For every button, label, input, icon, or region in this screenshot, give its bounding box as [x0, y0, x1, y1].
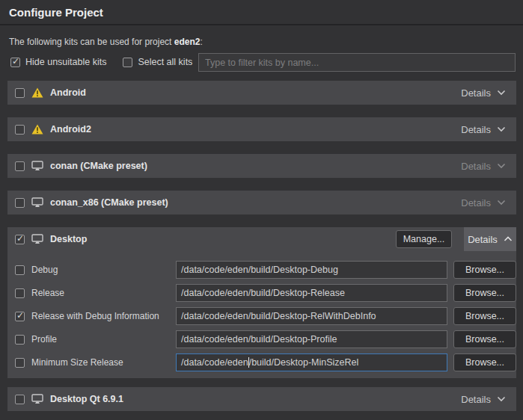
path-text-before-caret: /data/code/eden — [181, 357, 248, 368]
browse-button[interactable]: Browse... — [453, 284, 516, 302]
project-name: eden2 — [174, 37, 201, 47]
build-dir-input[interactable] — [176, 307, 447, 325]
kit-block-desktop: Desktop Manage... Details Debug Browse..… — [7, 227, 516, 378]
browse-button[interactable]: Browse... — [453, 307, 516, 325]
details-label: Details — [461, 161, 491, 172]
details-toggle[interactable]: Details — [461, 87, 506, 99]
config-label: Profile — [31, 334, 57, 345]
intro-suffix: : — [200, 37, 202, 47]
chevron-down-icon — [497, 396, 506, 402]
browse-button[interactable]: Browse... — [453, 353, 516, 371]
build-dir-input-focused[interactable]: /data/code/eden/build/Desktop-MinSizeRel — [176, 353, 447, 371]
warning-icon — [31, 87, 43, 98]
config-label: Release with Debug Information — [31, 311, 159, 321]
kit-checkbox[interactable] — [15, 235, 25, 244]
details-label: Details — [468, 234, 498, 245]
kit-name: Android — [50, 87, 86, 98]
config-checkbox[interactable] — [15, 288, 25, 298]
kit-name: Desktop Qt 6.9.1 — [50, 394, 123, 404]
kit-checkbox[interactable] — [15, 395, 25, 404]
kit-row-android[interactable]: Android Details — [7, 81, 516, 105]
kit-name: conan (CMake preset) — [50, 161, 147, 171]
monitor-icon — [31, 197, 43, 208]
chevron-down-icon — [497, 126, 506, 132]
kit-row-android2[interactable]: Android2 Details — [7, 117, 516, 141]
kit-checkbox[interactable] — [15, 161, 25, 171]
select-all-checkbox[interactable] — [123, 58, 132, 67]
build-config-row-debug: Debug Browse... — [7, 261, 516, 279]
monitor-icon — [31, 394, 43, 404]
hide-unsuitable-checkbox[interactable] — [10, 58, 20, 67]
chevron-down-icon — [497, 90, 506, 96]
kit-name: Android2 — [50, 124, 91, 135]
intro-text: The following kits can be used for proje… — [9, 37, 203, 47]
build-dir-input[interactable] — [176, 261, 447, 279]
kit-row-desktop-qt[interactable]: Desktop Qt 6.9.1 Details — [7, 387, 516, 411]
config-checkbox[interactable] — [15, 265, 25, 275]
kit-name: Desktop — [50, 234, 87, 244]
hide-unsuitable-label[interactable]: Hide unsuitable kits — [25, 57, 106, 67]
kit-checkbox[interactable] — [15, 88, 25, 98]
monitor-icon — [31, 161, 43, 171]
config-label: Release — [31, 288, 64, 298]
browse-button[interactable]: Browse... — [453, 261, 516, 279]
chevron-up-icon — [504, 236, 513, 242]
config-checkbox[interactable] — [15, 335, 25, 345]
browse-button[interactable]: Browse... — [453, 330, 516, 348]
kit-row-conan[interactable]: conan (CMake preset) Details — [7, 154, 516, 178]
intro-prefix: The following kits can be used for proje… — [9, 37, 174, 47]
kit-checkbox[interactable] — [15, 198, 25, 208]
details-toggle[interactable]: Details — [461, 124, 506, 135]
details-toggle[interactable]: Details — [461, 394, 506, 405]
title-separator — [0, 24, 523, 25]
page-title: Configure Project — [9, 6, 103, 19]
kit-row-conan-x86[interactable]: conan_x86 (CMake preset) Details — [7, 191, 516, 214]
build-dir-input[interactable] — [176, 330, 447, 348]
path-text-after-caret: /build/Desktop-MinSizeRel — [249, 357, 359, 368]
kit-filter-input[interactable] — [198, 53, 516, 72]
config-checkbox[interactable] — [15, 358, 25, 368]
details-toggle[interactable]: Details — [461, 197, 506, 209]
details-label: Details — [461, 124, 491, 135]
build-dir-input[interactable] — [176, 284, 447, 302]
details-label: Details — [461, 197, 491, 209]
details-label: Details — [461, 394, 491, 405]
chevron-down-icon — [497, 200, 506, 206]
kit-filter-controls: Hide unsuitable kits Select all kits — [10, 57, 192, 67]
manage-kits-button[interactable]: Manage... — [396, 230, 452, 248]
warning-icon — [31, 124, 43, 135]
build-config-row-minsizerel: Minimum Size Release /data/code/eden/bui… — [7, 353, 516, 371]
details-toggle[interactable]: Details — [461, 161, 506, 172]
chevron-down-icon — [497, 163, 506, 169]
config-label: Minimum Size Release — [31, 357, 123, 368]
build-config-row-release: Release Browse... — [7, 284, 516, 302]
kit-checkbox[interactable] — [15, 125, 25, 135]
build-config-row-relwithdebinfo: Release with Debug Information Browse... — [7, 307, 516, 325]
monitor-icon — [31, 234, 43, 244]
config-label: Debug — [31, 265, 58, 275]
kit-name: conan_x86 (CMake preset) — [50, 197, 168, 208]
build-config-row-profile: Profile Browse... — [7, 330, 516, 348]
details-label: Details — [461, 87, 491, 99]
details-toggle-expanded[interactable]: Details — [464, 227, 516, 251]
config-checkbox[interactable] — [15, 312, 25, 321]
select-all-label[interactable]: Select all kits — [138, 57, 192, 67]
